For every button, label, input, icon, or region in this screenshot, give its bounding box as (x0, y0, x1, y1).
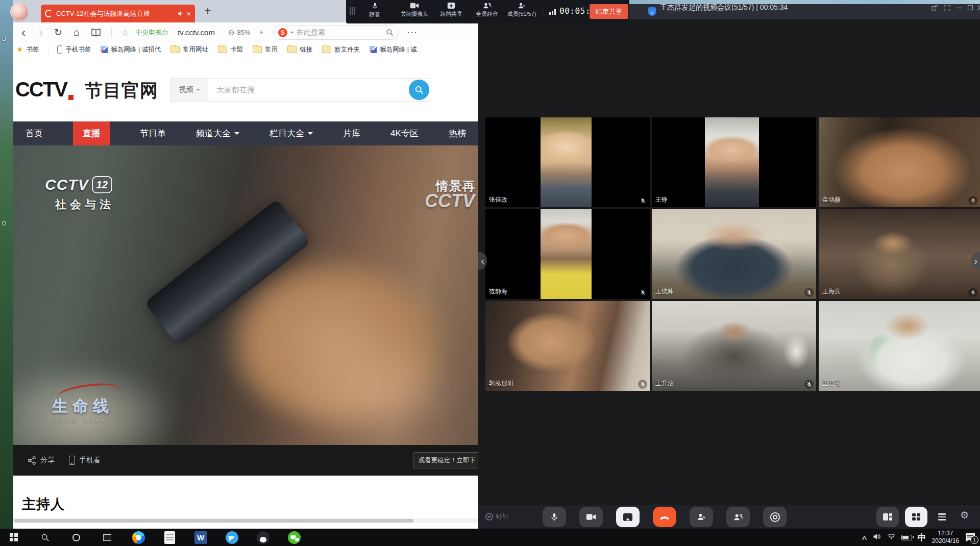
mic-button[interactable] (543, 507, 566, 527)
participant-tile[interactable]: 王海滨 (819, 209, 980, 299)
nav-item-live-active[interactable]: 直播 (73, 121, 110, 145)
fullscreen-icon[interactable] (942, 2, 952, 13)
camera-button[interactable] (579, 507, 603, 527)
popout-window-icon[interactable] (929, 2, 940, 13)
bookmark-item[interactable]: 猴岛网络 | 诚招代 (101, 45, 161, 54)
taskbar-app-word[interactable]: W (194, 531, 207, 544)
tray-expand-icon[interactable]: ∧ (861, 534, 868, 541)
flash-plugin-icon[interactable]: ⚡ (259, 28, 264, 37)
zoom-control[interactable]: ⊖ 85% (228, 28, 251, 37)
ime-indicator[interactable]: 中 (918, 532, 926, 543)
search-icon[interactable] (386, 29, 394, 36)
address-bar-url[interactable]: tv.cctv.com (178, 28, 215, 37)
volume-icon[interactable] (873, 533, 881, 542)
layout-list-button[interactable] (933, 507, 951, 527)
refresh-icon[interactable]: ↻ (54, 27, 62, 38)
drag-handle[interactable] (350, 7, 355, 15)
cortana-button[interactable] (69, 531, 83, 544)
nav-item-guide[interactable]: 节目单 (140, 121, 166, 145)
wifi-icon[interactable] (887, 533, 896, 542)
search-category-select[interactable]: 视频 (170, 79, 208, 101)
toolbar-search-placeholder[interactable]: 在此搜索 (297, 28, 383, 37)
taskbar-search-button[interactable] (38, 531, 52, 544)
zoom-out-icon[interactable]: ⊖ (228, 28, 235, 37)
nav-item-hot[interactable]: 热榜 (449, 121, 466, 145)
participant-tile[interactable]: 王升沼 (652, 301, 816, 391)
end-share-button[interactable]: 结束共享 (590, 4, 628, 19)
taskbar-app-document[interactable] (163, 531, 176, 544)
bookmark-item[interactable]: 猴岛网络 | 诚 (370, 45, 417, 54)
browser-tab-active[interactable]: CCTV-12社会与法频道高清直播 × (41, 5, 195, 22)
mute-control[interactable]: 静音 (355, 2, 394, 18)
bookmark-folder[interactable]: 链接 (287, 45, 312, 54)
new-tab-button[interactable]: + (204, 4, 211, 17)
mute-all-button[interactable] (726, 507, 750, 527)
invite-member-button[interactable] (690, 507, 713, 527)
back-icon[interactable]: ‹ (21, 27, 26, 39)
forward-icon[interactable]: › (39, 27, 43, 39)
horizontal-scrollbar[interactable] (13, 518, 478, 523)
participant-tile[interactable]: 王统帅 (652, 209, 816, 299)
home-icon[interactable]: ⌂ (74, 27, 80, 38)
mobile-watch-button[interactable]: 手机看 (69, 456, 101, 465)
new-share-control[interactable]: 新的共享 (432, 2, 471, 18)
minimize-icon[interactable] (954, 2, 965, 13)
participant-tile[interactable]: 王君可 (819, 301, 980, 391)
site-identity-label[interactable]: 中央电视台 (135, 28, 168, 37)
maximize-icon[interactable] (965, 2, 975, 13)
bookmark-folder[interactable]: 常用网址 (170, 45, 208, 54)
layout-speaker-view-button[interactable] (876, 507, 899, 527)
bookmark-folder[interactable]: 卡盟 (218, 45, 243, 54)
nav-item-library[interactable]: 片库 (343, 121, 360, 145)
participant-tile[interactable]: 金动赫 (819, 117, 980, 207)
camera-off-control[interactable]: 关闭摄像头 (395, 2, 434, 18)
action-center-button[interactable]: 1 (965, 532, 976, 542)
nav-item-home[interactable]: 首页 (26, 121, 43, 145)
sogou-logo-icon[interactable]: S (278, 28, 287, 37)
bookmark-folder[interactable]: 常用 (253, 45, 278, 54)
share-button[interactable]: 分享 (28, 456, 55, 465)
close-icon[interactable] (975, 2, 980, 13)
nav-item-4k[interactable]: 4K专区 (390, 121, 419, 145)
nav-item-programs[interactable]: 栏目大全 (270, 121, 313, 145)
more-menu-icon[interactable]: ··· (407, 27, 418, 38)
battery-icon[interactable] (901, 535, 912, 540)
site-search-button[interactable] (409, 80, 429, 100)
members-control[interactable]: 成员(51/57) (502, 2, 541, 18)
scrollbar-thumb[interactable] (14, 519, 413, 523)
toolbar-search-field[interactable]: S 在此搜索 (273, 26, 399, 40)
cctv-logo[interactable]: CCTV 节目官网 (15, 78, 158, 103)
share-screen-button-active[interactable] (616, 507, 640, 527)
participant-tile[interactable]: 范静海 (485, 209, 650, 299)
download-promo-button[interactable]: 观看更稳定！立即下 (413, 452, 482, 468)
site-search-placeholder[interactable]: 大家都在搜 (216, 85, 409, 95)
bookmark-folder[interactable]: 新文件夹 (322, 45, 360, 54)
live-video-player[interactable]: CCTV 12 社会与法 情景再 CCTV 生命线 LIFE LINE (13, 145, 478, 445)
taskbar-app-wechat[interactable] (287, 531, 301, 544)
settings-gear-icon[interactable]: ⚙ (960, 509, 969, 521)
taskbar-app-sogou-browser[interactable] (132, 531, 145, 544)
search-engine-dropdown-icon[interactable] (290, 32, 294, 36)
desktop-wallpaper-strip[interactable]: D D (0, 0, 13, 529)
nav-item-channels[interactable]: 频道大全 (196, 121, 239, 145)
tab-audio-icon[interactable] (177, 10, 184, 17)
layout-grid-view-button-active[interactable] (905, 507, 927, 527)
bookmark-item[interactable]: ★书签 (16, 45, 39, 54)
hang-up-button[interactable] (653, 507, 676, 527)
participant-tile[interactable]: 郭泓彤阳 (485, 301, 650, 391)
participant-tile[interactable]: 王铮 (652, 117, 816, 207)
start-button[interactable] (7, 531, 20, 544)
bookmark-item[interactable]: 手机书签 (57, 45, 91, 54)
site-search-box[interactable]: 视频 大家都在搜 (170, 78, 431, 102)
reading-list-icon[interactable] (91, 29, 101, 37)
task-view-button[interactable] (101, 531, 114, 544)
mute-all-control[interactable]: 全员静音 (468, 2, 506, 18)
record-button[interactable] (763, 507, 787, 527)
participant-tile[interactable]: 张佳政 (485, 117, 650, 207)
taskbar-clock[interactable]: 12:37 2020/4/16 (932, 530, 959, 545)
browser-profile-avatar[interactable] (10, 3, 29, 21)
taskbar-app-qq[interactable] (256, 531, 270, 544)
taskbar-app-tim[interactable] (225, 531, 238, 544)
bookmark-star-icon[interactable]: ☆ (121, 27, 129, 38)
tab-close-icon[interactable]: × (187, 10, 191, 17)
